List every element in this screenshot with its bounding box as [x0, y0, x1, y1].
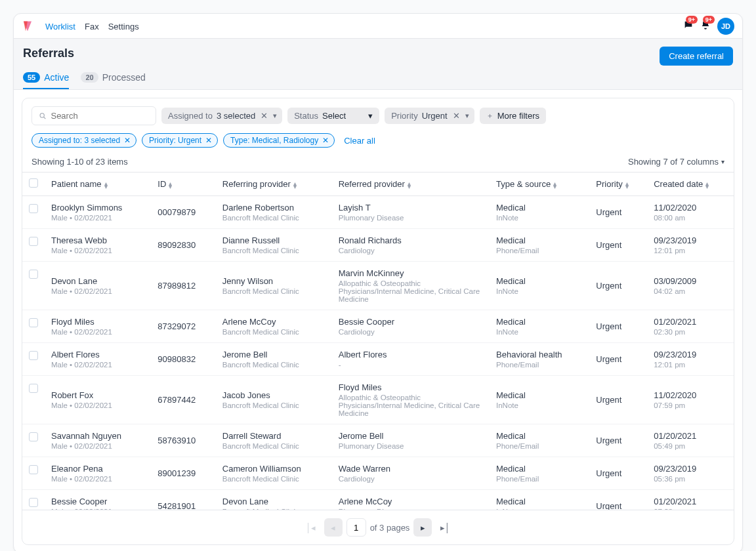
chevron-down-icon: ▾ — [368, 111, 373, 121]
filter-status[interactable]: Status Select ▾ — [287, 108, 379, 124]
plus-icon: ＋ — [486, 111, 494, 121]
page-prev-button[interactable]: ◂ — [324, 518, 343, 537]
table-row[interactable]: Bessie CooperMale • 02/02/2021 54281901 … — [22, 490, 734, 510]
row-checkbox[interactable] — [29, 270, 38, 279]
active-filter-chips: Assigned to: 3 selected✕Priority: Urgent… — [22, 133, 734, 154]
column-header[interactable]: Patient name▴▾ — [45, 173, 151, 196]
sort-icon: ▴▾ — [104, 182, 108, 188]
table-row[interactable]: Brooklyn SimmonsMale • 02/02/2021 000798… — [22, 196, 734, 229]
page-title: Referrals — [23, 47, 74, 60]
table-row[interactable]: Floyd MilesMale • 02/02/2021 87329072 Ar… — [22, 310, 734, 343]
table-row[interactable]: Albert FloresMale • 02/02/2021 90980832 … — [22, 343, 734, 376]
notif-badge: 9+ — [686, 16, 698, 24]
close-icon[interactable]: ✕ — [452, 111, 461, 121]
referrals-table: Patient name▴▾ID▴▾Referring provider▴▾Re… — [22, 172, 734, 510]
app-window: WorklistFaxSettings 9+ 9+ JD Referrals C… — [13, 13, 743, 551]
row-checkbox[interactable] — [29, 498, 38, 507]
nav-item-fax[interactable]: Fax — [85, 22, 99, 31]
table-container: Patient name▴▾ID▴▾Referring provider▴▾Re… — [22, 172, 734, 510]
tab-active[interactable]: 55Active — [23, 72, 69, 89]
sort-icon: ▴▾ — [169, 182, 172, 188]
nav-item-settings[interactable]: Settings — [108, 22, 139, 31]
row-checkbox[interactable] — [29, 237, 38, 246]
navbar-left: WorklistFaxSettings — [22, 20, 148, 32]
column-header[interactable]: Referring provider▴▾ — [216, 173, 332, 196]
showing-count: Showing 1-10 of 23 items — [32, 157, 128, 167]
row-checkbox[interactable] — [29, 384, 38, 393]
chevron-down-icon: ▾ — [721, 158, 724, 165]
nav-item-worklist[interactable]: Worklist — [45, 22, 75, 31]
pagination: │◂ ◂ of 3 pages ▸ ▸│ — [22, 510, 734, 544]
svg-point-0 — [40, 113, 44, 117]
row-checkbox[interactable] — [29, 204, 38, 213]
titlebar: Referrals Create referral — [14, 39, 742, 66]
notif-badge: 9+ — [703, 16, 715, 24]
table-row[interactable]: Robert FoxMale • 02/02/2021 67897442 Jac… — [22, 376, 734, 424]
row-checkbox[interactable] — [29, 432, 38, 441]
sort-icon: ▴▾ — [553, 182, 556, 188]
more-filters-button[interactable]: ＋ More filters — [480, 108, 546, 124]
filter-assigned[interactable]: Assigned to 3 selected ✕ ▾ — [161, 108, 282, 124]
navbar: WorklistFaxSettings 9+ 9+ JD — [14, 14, 742, 39]
columns-toggle[interactable]: Showing 7 of 7 columns ▾ — [628, 157, 724, 167]
filter-chip[interactable]: Priority: Urgent✕ — [142, 133, 218, 148]
filter-chip[interactable]: Assigned to: 3 selected✕ — [32, 133, 136, 148]
close-icon[interactable]: ✕ — [205, 136, 212, 145]
column-header[interactable]: ID▴▾ — [151, 173, 215, 196]
page-first-button[interactable]: │◂ — [302, 518, 320, 537]
svg-line-1 — [44, 117, 46, 119]
search-field[interactable] — [51, 111, 149, 121]
table-row[interactable]: Savannah NguyenMale • 02/02/2021 5876391… — [22, 424, 734, 457]
navbar-right: 9+ 9+ JD — [683, 18, 734, 35]
select-all-checkbox[interactable] — [29, 178, 38, 188]
page-last-button[interactable]: ▸│ — [436, 518, 454, 537]
list-panel: Assigned to 3 selected ✕ ▾ Status Select… — [22, 98, 734, 545]
avatar[interactable]: JD — [717, 18, 734, 35]
row-checkbox[interactable] — [29, 351, 38, 360]
bell-icon[interactable]: 9+ — [700, 20, 711, 32]
column-header[interactable]: Priority▴▾ — [589, 173, 647, 196]
sort-icon: ▴▾ — [408, 182, 411, 188]
row-checkbox[interactable] — [29, 465, 38, 474]
table-row[interactable]: Eleanor PenaMale • 02/02/2021 89001239 C… — [22, 457, 734, 490]
column-header[interactable]: Type & source▴▾ — [490, 173, 589, 196]
page-next-button[interactable]: ▸ — [413, 518, 432, 537]
table-row[interactable]: Theresa WebbMale • 02/02/2021 89092830 D… — [22, 229, 734, 262]
logo-icon — [22, 20, 33, 32]
create-referral-button[interactable]: Create referral — [660, 47, 733, 66]
message-icon[interactable]: 9+ — [683, 20, 694, 32]
tabs: 55Active20Processed — [14, 66, 742, 90]
column-header[interactable]: Created date▴▾ — [647, 173, 734, 196]
close-icon[interactable]: ✕ — [259, 111, 269, 121]
close-icon[interactable]: ✕ — [124, 136, 131, 145]
filter-priority[interactable]: Priority Urgent ✕ ▾ — [385, 108, 474, 124]
sort-icon: ▴▾ — [705, 182, 709, 188]
filter-chip[interactable]: Type: Medical, Radiology✕ — [223, 133, 335, 148]
clear-all-button[interactable]: Clear all — [344, 136, 375, 146]
tab-processed[interactable]: 20Processed — [81, 72, 145, 89]
sort-icon: ▴▾ — [625, 182, 629, 188]
table-row[interactable]: Devon LaneMale • 02/02/2021 87989812 Jen… — [22, 262, 734, 310]
chevron-down-icon: ▾ — [273, 112, 277, 120]
search-icon — [39, 112, 47, 121]
chevron-down-icon: ▾ — [465, 112, 469, 120]
close-icon[interactable]: ✕ — [322, 136, 329, 145]
meta-row: Showing 1-10 of 23 items Showing 7 of 7 … — [22, 154, 734, 172]
filter-bar: Assigned to 3 selected ✕ ▾ Status Select… — [22, 98, 734, 133]
sort-icon: ▴▾ — [293, 182, 297, 188]
search-input[interactable] — [32, 106, 156, 125]
page-total: of 3 pages — [370, 523, 410, 533]
column-header[interactable]: Referred provider▴▾ — [332, 173, 490, 196]
row-checkbox[interactable] — [29, 318, 38, 327]
page-input[interactable] — [346, 518, 366, 537]
